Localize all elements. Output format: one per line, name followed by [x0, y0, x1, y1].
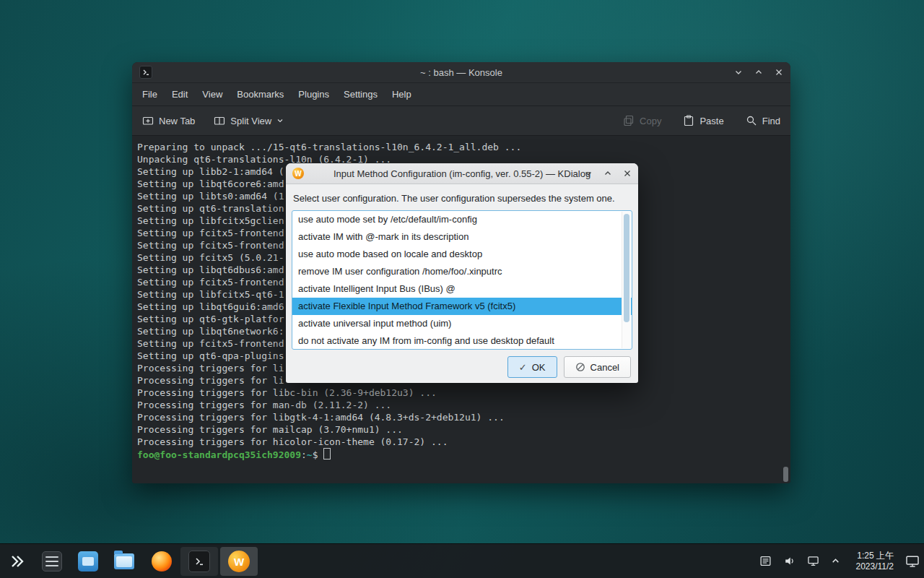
pinned-app-sliders[interactable]: [38, 547, 66, 576]
split-view-icon: [214, 115, 225, 126]
folder-icon: [114, 553, 134, 569]
prompt-separator: :: [301, 449, 307, 460]
menu-item[interactable]: Edit: [165, 83, 195, 105]
terminal-prompt: foo@foo-standardpcq35ich92009:~$: [137, 448, 790, 460]
firefox-icon: [152, 551, 172, 571]
app-launcher-button[interactable]: [3, 547, 32, 576]
konsole-menubar: FileEditViewBookmarksPluginsSettingsHelp: [132, 83, 790, 106]
tray-display-icon[interactable]: [807, 555, 819, 567]
konsole-toolbar: New Tab Split View Copy Paste Find: [132, 106, 790, 136]
terminal-cursor: [323, 448, 331, 460]
clock-time: 1:25 上午: [857, 551, 894, 561]
pinned-app-dolphin[interactable]: [110, 547, 139, 576]
find-label: Find: [762, 116, 780, 126]
menu-item[interactable]: View: [195, 83, 230, 105]
sliders-icon: [42, 551, 62, 571]
dialog-list-scrollbar[interactable]: [622, 212, 631, 348]
terminal-line: Processing triggers for libgtk-4-1:amd64…: [137, 411, 790, 423]
dialog-list-item[interactable]: activate Intelligent Input Bus (IBus) @: [292, 280, 632, 298]
ok-button[interactable]: ✓ OK: [507, 356, 557, 378]
desktop-wallpaper: ~ : bash — Konsole FileEditViewBookmarks…: [0, 0, 924, 578]
imconfig-w-icon: W: [228, 551, 250, 572]
menu-item[interactable]: Help: [385, 83, 419, 105]
dialog-list-item[interactable]: do not activate any IM from im-config an…: [292, 332, 632, 350]
window-title: ~ : bash — Konsole: [132, 67, 790, 78]
menu-item[interactable]: Settings: [336, 83, 385, 105]
copy-label: Copy: [640, 116, 661, 126]
copy-button[interactable]: Copy: [623, 115, 661, 126]
paste-button[interactable]: Paste: [683, 115, 723, 126]
new-tab-icon: [142, 115, 154, 126]
blue-app-icon: [78, 551, 98, 571]
minimize-icon[interactable]: [734, 68, 743, 77]
cancel-label: Cancel: [590, 362, 619, 373]
kdialog-app-icon: W: [292, 168, 304, 179]
dialog-titlebar[interactable]: W Input Method Configuration (im-config,…: [286, 163, 638, 184]
prompt-user-host: foo@foo-standardpcq35ich92009: [137, 449, 301, 460]
terminal-line: Processing triggers for man-db (2.11.2-2…: [137, 399, 790, 411]
taskbar: W 1:25 上午 2023/11/2: [0, 543, 924, 578]
new-tab-button[interactable]: New Tab: [142, 115, 195, 126]
terminal-line: Processing triggers for hicolor-icon-the…: [137, 436, 790, 448]
dialog-list-item[interactable]: activate IM with @-mark in its descripti…: [292, 228, 632, 246]
dialog-close-icon[interactable]: [623, 169, 632, 178]
im-config-dialog: W Input Method Configuration (im-config,…: [286, 163, 638, 383]
dialog-list-item[interactable]: activate Flexible Input Method Framework…: [292, 298, 632, 315]
new-tab-label: New Tab: [159, 116, 195, 126]
dialog-list-scrollbar-handle[interactable]: [624, 214, 629, 322]
clock-date: 2023/11/2: [856, 561, 894, 571]
cancel-icon: [575, 362, 585, 372]
chevron-down-icon: [276, 117, 284, 124]
paste-icon: [683, 115, 694, 126]
prompt-path: ~: [307, 449, 313, 460]
find-button[interactable]: Find: [746, 115, 780, 126]
dialog-minimize-icon[interactable]: [584, 169, 593, 178]
copy-icon: [623, 115, 635, 126]
konsole-app-icon: [139, 66, 152, 79]
menu-item[interactable]: File: [135, 83, 165, 105]
tray-volume-icon[interactable]: [783, 555, 796, 567]
terminal-line: Preparing to unpack .../15-qt6-translati…: [137, 141, 790, 153]
menu-item[interactable]: Bookmarks: [230, 83, 291, 105]
paste-label: Paste: [699, 116, 723, 126]
check-icon: ✓: [519, 362, 527, 373]
pinned-app-blue[interactable]: [74, 547, 103, 576]
split-view-label: Split View: [230, 116, 271, 126]
tray-expand-chevron-up-icon[interactable]: [831, 556, 840, 566]
system-tray: 1:25 上午 2023/11/2: [759, 544, 920, 578]
ok-label: OK: [532, 362, 546, 373]
menu-item[interactable]: Plugins: [291, 83, 336, 105]
terminal-scrollbar[interactable]: [783, 139, 788, 483]
terminal-icon: [188, 551, 210, 572]
plasma-launcher-icon: [9, 553, 26, 570]
split-view-button[interactable]: Split View: [214, 115, 284, 126]
dialog-list-item[interactable]: use auto mode set by /etc/default/im-con…: [292, 211, 632, 228]
terminal-line: Processing triggers for libc-bin (2.36-9…: [137, 387, 790, 399]
dialog-list[interactable]: use auto mode set by /etc/default/im-con…: [292, 210, 632, 350]
close-icon[interactable]: [775, 68, 783, 77]
dialog-list-item[interactable]: remove IM user configuration /home/foo/.…: [292, 263, 632, 280]
digital-clock[interactable]: 1:25 上午 2023/11/2: [856, 551, 894, 572]
maximize-icon[interactable]: [754, 68, 763, 77]
task-kdialog[interactable]: W: [220, 547, 258, 576]
terminal-line: Processing triggers for mailcap (3.70+nm…: [137, 423, 790, 436]
dialog-maximize-icon[interactable]: [603, 169, 612, 178]
pinned-app-firefox[interactable]: [147, 547, 176, 576]
task-konsole[interactable]: [180, 547, 218, 576]
dialog-message: Select user configuration. The user conf…: [293, 193, 631, 204]
terminal-scrollbar-handle[interactable]: [783, 467, 788, 482]
dialog-list-item[interactable]: use auto mode based on locale and deskto…: [292, 246, 632, 263]
prompt-symbol: $: [313, 449, 318, 460]
show-desktop-icon[interactable]: [905, 554, 920, 569]
search-icon: [746, 115, 757, 126]
konsole-titlebar[interactable]: ~ : bash — Konsole: [132, 62, 790, 83]
dialog-list-item[interactable]: activate universal input method (uim): [292, 315, 632, 332]
cancel-button[interactable]: Cancel: [564, 356, 631, 378]
tray-notifications-icon[interactable]: [759, 555, 772, 567]
dialog-list-items: use auto mode set by /etc/default/im-con…: [292, 211, 632, 350]
